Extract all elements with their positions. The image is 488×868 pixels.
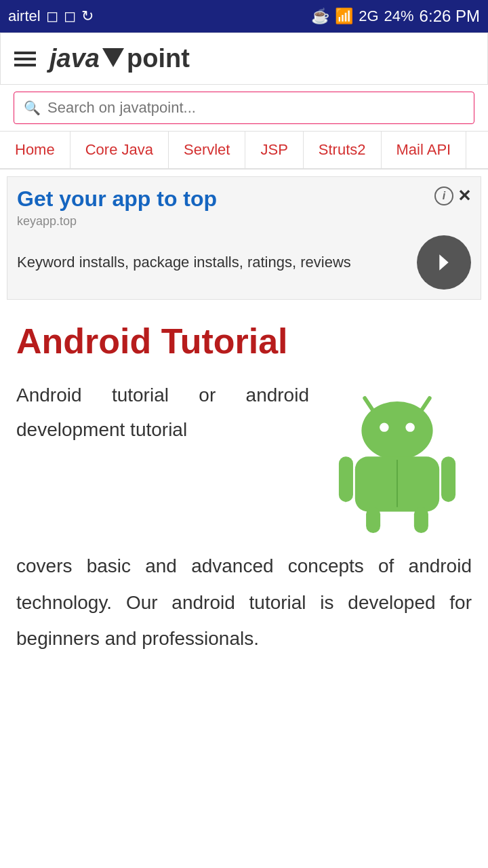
status-bar: airtel ◻ ◻ ↻ ☕ 📶 2G 24% 6:26 PM — [0, 0, 488, 33]
hamburger-line-3 — [14, 64, 36, 66]
intro-section: Android tutorial or android development … — [16, 378, 472, 534]
hamburger-line-1 — [14, 52, 36, 54]
body-paragraph: covers basic and advanced concepts of an… — [16, 548, 472, 656]
page-title: Android Tutorial — [16, 320, 472, 362]
status-right: ☕ 📶 2G 24% 6:26 PM — [311, 7, 480, 26]
ad-body-text: Keyword installs, package installs, rati… — [17, 252, 410, 273]
ad-banner: Get your app to top i ✕ keyapp.top Keywo… — [7, 176, 481, 300]
ad-body-row: Keyword installs, package installs, rati… — [17, 235, 471, 290]
logo-java-text: java — [49, 44, 100, 73]
svg-point-3 — [380, 423, 388, 432]
sync-icon: ↻ — [81, 7, 94, 25]
carrier-label: airtel — [8, 7, 41, 25]
search-container: 🔍 — [0, 85, 488, 132]
nav-item-home[interactable]: Home — [0, 132, 70, 168]
svg-rect-9 — [414, 507, 428, 533]
signal-strength: 2G — [359, 7, 378, 25]
logo-triangle-icon — [102, 48, 124, 67]
svg-rect-8 — [366, 507, 380, 533]
main-content: Android Tutorial Android tutorial or and… — [0, 307, 488, 670]
time-display: 6:26 PM — [420, 7, 480, 26]
menu-button[interactable] — [14, 52, 36, 66]
site-logo[interactable]: java point — [49, 44, 190, 73]
nav-bar: Home Core Java Servlet JSP Struts2 Mail … — [0, 132, 488, 170]
ad-icons: i ✕ — [434, 186, 471, 205]
ad-close-icon[interactable]: ✕ — [458, 186, 471, 205]
search-box[interactable]: 🔍 — [14, 92, 474, 124]
header: java point — [0, 33, 488, 85]
nav-item-jsp[interactable]: JSP — [245, 132, 303, 168]
nav-item-mail-api[interactable]: Mail API — [382, 132, 467, 168]
ad-url: keyapp.top — [17, 214, 471, 229]
svg-point-2 — [361, 401, 432, 460]
ad-top-row: Get your app to top i ✕ — [17, 186, 471, 212]
ad-arrow-button[interactable] — [417, 235, 471, 290]
android-logo — [323, 378, 472, 534]
search-input[interactable] — [47, 99, 464, 117]
ad-title[interactable]: Get your app to top — [17, 186, 217, 212]
svg-point-4 — [405, 423, 414, 432]
sim-icon: ◻ — [46, 7, 58, 25]
logo-point-text: point — [127, 44, 190, 73]
intro-paragraph: Android tutorial or android development … — [16, 378, 309, 534]
wifi-icon: 📶 — [335, 7, 353, 25]
search-icon: 🔍 — [24, 100, 41, 116]
svg-rect-6 — [339, 457, 353, 502]
battery-level: 24% — [384, 7, 414, 25]
status-left: airtel ◻ ◻ ↻ — [8, 7, 94, 25]
svg-rect-7 — [441, 457, 455, 502]
nav-item-core-java[interactable]: Core Java — [70, 132, 169, 168]
android-robot-image — [329, 385, 465, 534]
alarm-icon: ☕ — [311, 7, 329, 25]
arrow-right-icon — [430, 249, 458, 276]
notification-icon: ◻ — [64, 7, 76, 25]
nav-item-servlet[interactable]: Servlet — [169, 132, 245, 168]
nav-item-struts2[interactable]: Struts2 — [304, 132, 382, 168]
hamburger-line-2 — [14, 58, 36, 60]
ad-info-icon[interactable]: i — [434, 186, 453, 205]
